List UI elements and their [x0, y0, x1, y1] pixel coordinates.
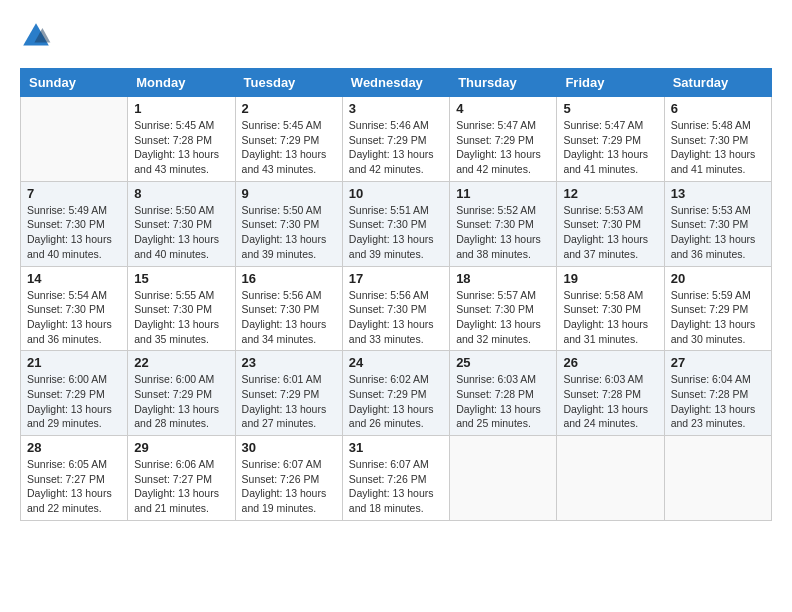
day-info: Sunrise: 5:47 AM Sunset: 7:29 PM Dayligh…: [456, 118, 550, 177]
day-number: 2: [242, 101, 336, 116]
calendar-cell: 18Sunrise: 5:57 AM Sunset: 7:30 PM Dayli…: [450, 266, 557, 351]
day-info: Sunrise: 5:45 AM Sunset: 7:28 PM Dayligh…: [134, 118, 228, 177]
day-number: 8: [134, 186, 228, 201]
calendar-cell: 21Sunrise: 6:00 AM Sunset: 7:29 PM Dayli…: [21, 351, 128, 436]
day-number: 22: [134, 355, 228, 370]
calendar-week-row: 21Sunrise: 6:00 AM Sunset: 7:29 PM Dayli…: [21, 351, 772, 436]
day-number: 16: [242, 271, 336, 286]
day-number: 25: [456, 355, 550, 370]
day-number: 1: [134, 101, 228, 116]
day-info: Sunrise: 6:00 AM Sunset: 7:29 PM Dayligh…: [27, 372, 121, 431]
calendar-cell: 8Sunrise: 5:50 AM Sunset: 7:30 PM Daylig…: [128, 181, 235, 266]
day-number: 29: [134, 440, 228, 455]
calendar-week-row: 14Sunrise: 5:54 AM Sunset: 7:30 PM Dayli…: [21, 266, 772, 351]
page-header: [20, 20, 772, 52]
day-info: Sunrise: 6:01 AM Sunset: 7:29 PM Dayligh…: [242, 372, 336, 431]
day-number: 14: [27, 271, 121, 286]
weekday-header: Thursday: [450, 69, 557, 97]
calendar-header-row: SundayMondayTuesdayWednesdayThursdayFrid…: [21, 69, 772, 97]
calendar-cell: 31Sunrise: 6:07 AM Sunset: 7:26 PM Dayli…: [342, 436, 449, 521]
day-info: Sunrise: 5:46 AM Sunset: 7:29 PM Dayligh…: [349, 118, 443, 177]
day-info: Sunrise: 5:53 AM Sunset: 7:30 PM Dayligh…: [563, 203, 657, 262]
day-number: 21: [27, 355, 121, 370]
day-info: Sunrise: 5:52 AM Sunset: 7:30 PM Dayligh…: [456, 203, 550, 262]
day-number: 26: [563, 355, 657, 370]
calendar-cell: 14Sunrise: 5:54 AM Sunset: 7:30 PM Dayli…: [21, 266, 128, 351]
calendar-cell: [557, 436, 664, 521]
day-number: 7: [27, 186, 121, 201]
calendar-cell: 28Sunrise: 6:05 AM Sunset: 7:27 PM Dayli…: [21, 436, 128, 521]
weekday-header: Wednesday: [342, 69, 449, 97]
calendar-cell: 19Sunrise: 5:58 AM Sunset: 7:30 PM Dayli…: [557, 266, 664, 351]
calendar-cell: 27Sunrise: 6:04 AM Sunset: 7:28 PM Dayli…: [664, 351, 771, 436]
day-number: 11: [456, 186, 550, 201]
calendar-cell: 11Sunrise: 5:52 AM Sunset: 7:30 PM Dayli…: [450, 181, 557, 266]
day-info: Sunrise: 6:03 AM Sunset: 7:28 PM Dayligh…: [563, 372, 657, 431]
day-number: 9: [242, 186, 336, 201]
day-info: Sunrise: 5:50 AM Sunset: 7:30 PM Dayligh…: [134, 203, 228, 262]
day-info: Sunrise: 6:05 AM Sunset: 7:27 PM Dayligh…: [27, 457, 121, 516]
calendar-cell: 13Sunrise: 5:53 AM Sunset: 7:30 PM Dayli…: [664, 181, 771, 266]
calendar-cell: 23Sunrise: 6:01 AM Sunset: 7:29 PM Dayli…: [235, 351, 342, 436]
calendar-table: SundayMondayTuesdayWednesdayThursdayFrid…: [20, 68, 772, 521]
day-info: Sunrise: 6:03 AM Sunset: 7:28 PM Dayligh…: [456, 372, 550, 431]
day-info: Sunrise: 5:56 AM Sunset: 7:30 PM Dayligh…: [242, 288, 336, 347]
calendar-cell: 12Sunrise: 5:53 AM Sunset: 7:30 PM Dayli…: [557, 181, 664, 266]
day-info: Sunrise: 5:53 AM Sunset: 7:30 PM Dayligh…: [671, 203, 765, 262]
day-info: Sunrise: 5:47 AM Sunset: 7:29 PM Dayligh…: [563, 118, 657, 177]
calendar-cell: 17Sunrise: 5:56 AM Sunset: 7:30 PM Dayli…: [342, 266, 449, 351]
day-info: Sunrise: 5:48 AM Sunset: 7:30 PM Dayligh…: [671, 118, 765, 177]
day-number: 15: [134, 271, 228, 286]
calendar-cell: 7Sunrise: 5:49 AM Sunset: 7:30 PM Daylig…: [21, 181, 128, 266]
day-number: 12: [563, 186, 657, 201]
day-info: Sunrise: 5:54 AM Sunset: 7:30 PM Dayligh…: [27, 288, 121, 347]
calendar-cell: 6Sunrise: 5:48 AM Sunset: 7:30 PM Daylig…: [664, 97, 771, 182]
day-number: 27: [671, 355, 765, 370]
day-info: Sunrise: 6:07 AM Sunset: 7:26 PM Dayligh…: [349, 457, 443, 516]
day-info: Sunrise: 5:56 AM Sunset: 7:30 PM Dayligh…: [349, 288, 443, 347]
day-number: 23: [242, 355, 336, 370]
calendar-cell: 4Sunrise: 5:47 AM Sunset: 7:29 PM Daylig…: [450, 97, 557, 182]
day-number: 31: [349, 440, 443, 455]
calendar-week-row: 7Sunrise: 5:49 AM Sunset: 7:30 PM Daylig…: [21, 181, 772, 266]
calendar-cell: 5Sunrise: 5:47 AM Sunset: 7:29 PM Daylig…: [557, 97, 664, 182]
day-info: Sunrise: 5:57 AM Sunset: 7:30 PM Dayligh…: [456, 288, 550, 347]
day-info: Sunrise: 6:00 AM Sunset: 7:29 PM Dayligh…: [134, 372, 228, 431]
day-number: 5: [563, 101, 657, 116]
day-number: 18: [456, 271, 550, 286]
calendar-cell: [450, 436, 557, 521]
day-info: Sunrise: 5:50 AM Sunset: 7:30 PM Dayligh…: [242, 203, 336, 262]
day-number: 13: [671, 186, 765, 201]
weekday-header: Sunday: [21, 69, 128, 97]
calendar-cell: 30Sunrise: 6:07 AM Sunset: 7:26 PM Dayli…: [235, 436, 342, 521]
day-info: Sunrise: 5:51 AM Sunset: 7:30 PM Dayligh…: [349, 203, 443, 262]
day-info: Sunrise: 6:06 AM Sunset: 7:27 PM Dayligh…: [134, 457, 228, 516]
calendar-cell: 25Sunrise: 6:03 AM Sunset: 7:28 PM Dayli…: [450, 351, 557, 436]
calendar-cell: 24Sunrise: 6:02 AM Sunset: 7:29 PM Dayli…: [342, 351, 449, 436]
day-info: Sunrise: 6:04 AM Sunset: 7:28 PM Dayligh…: [671, 372, 765, 431]
day-info: Sunrise: 5:55 AM Sunset: 7:30 PM Dayligh…: [134, 288, 228, 347]
day-number: 4: [456, 101, 550, 116]
calendar-cell: 16Sunrise: 5:56 AM Sunset: 7:30 PM Dayli…: [235, 266, 342, 351]
day-number: 30: [242, 440, 336, 455]
calendar-cell: [664, 436, 771, 521]
calendar-cell: 1Sunrise: 5:45 AM Sunset: 7:28 PM Daylig…: [128, 97, 235, 182]
day-number: 17: [349, 271, 443, 286]
day-info: Sunrise: 6:02 AM Sunset: 7:29 PM Dayligh…: [349, 372, 443, 431]
day-info: Sunrise: 6:07 AM Sunset: 7:26 PM Dayligh…: [242, 457, 336, 516]
weekday-header: Saturday: [664, 69, 771, 97]
day-number: 19: [563, 271, 657, 286]
calendar-cell: 29Sunrise: 6:06 AM Sunset: 7:27 PM Dayli…: [128, 436, 235, 521]
weekday-header: Tuesday: [235, 69, 342, 97]
calendar-cell: [21, 97, 128, 182]
day-info: Sunrise: 5:59 AM Sunset: 7:29 PM Dayligh…: [671, 288, 765, 347]
day-number: 3: [349, 101, 443, 116]
calendar-cell: 2Sunrise: 5:45 AM Sunset: 7:29 PM Daylig…: [235, 97, 342, 182]
calendar-cell: 9Sunrise: 5:50 AM Sunset: 7:30 PM Daylig…: [235, 181, 342, 266]
calendar-cell: 3Sunrise: 5:46 AM Sunset: 7:29 PM Daylig…: [342, 97, 449, 182]
weekday-header: Friday: [557, 69, 664, 97]
calendar-cell: 20Sunrise: 5:59 AM Sunset: 7:29 PM Dayli…: [664, 266, 771, 351]
logo-icon: [20, 20, 52, 52]
day-info: Sunrise: 5:45 AM Sunset: 7:29 PM Dayligh…: [242, 118, 336, 177]
calendar-cell: 26Sunrise: 6:03 AM Sunset: 7:28 PM Dayli…: [557, 351, 664, 436]
